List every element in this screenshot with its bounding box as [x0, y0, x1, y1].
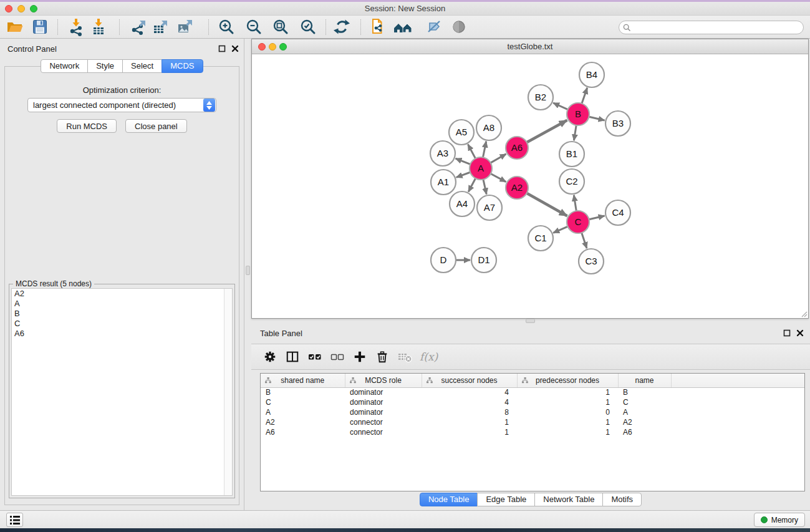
table-cell[interactable]: B [618, 387, 671, 397]
table-cell[interactable]: C [261, 397, 345, 407]
hide-graphics-details-button[interactable] [425, 17, 443, 36]
graph-node-C4[interactable]: C4 [605, 200, 630, 225]
table-cell[interactable]: A2 [618, 417, 671, 427]
node-table-container[interactable]: shared name MCDS role successor nodes pr… [260, 373, 805, 491]
column-header-name[interactable]: name [618, 374, 671, 387]
table-cell[interactable]: 8 [422, 407, 517, 417]
result-scrollbar[interactable] [224, 289, 232, 495]
home-button[interactable] [392, 17, 414, 36]
graph-node-D[interactable]: D [431, 248, 456, 273]
column-header-shared-name[interactable]: shared name [261, 374, 345, 387]
table-cell[interactable]: connector [345, 417, 422, 427]
graph-edge-C-C2[interactable] [574, 195, 576, 213]
table-cell[interactable]: A [261, 407, 345, 417]
graph-node-A2[interactable]: A2 [506, 177, 528, 199]
graph-node-B3[interactable]: B3 [605, 111, 630, 136]
table-cell[interactable]: 1 [517, 417, 618, 427]
column-header-mcds-role[interactable]: MCDS role [345, 374, 422, 387]
mcds-result-list[interactable]: A2 A B C A6 [11, 288, 233, 496]
graph-edge-B-B2[interactable] [553, 103, 569, 110]
table-cell[interactable]: C [618, 397, 671, 407]
graph-node-A5[interactable]: A5 [449, 120, 474, 145]
graph-edge-A-A5[interactable] [468, 144, 476, 160]
table-cell[interactable]: A [618, 407, 671, 417]
import-network-button[interactable] [67, 17, 85, 36]
close-panel-button-mcds[interactable]: Close panel [125, 119, 187, 133]
graph-edge-A-A3[interactable] [456, 158, 472, 165]
graph-node-A4[interactable]: A4 [450, 191, 475, 216]
table-cell[interactable]: 0 [517, 407, 618, 417]
graph-edge-A-A1[interactable] [456, 172, 471, 178]
select-all-button[interactable] [307, 349, 322, 364]
tab-network-table[interactable]: Network Table [534, 493, 603, 506]
graph-edge-C-C4[interactable] [588, 216, 605, 220]
tab-style[interactable]: Style [87, 59, 123, 73]
table-settings-button[interactable] [263, 349, 277, 364]
criterion-select[interactable]: largest connected component (directed) [27, 98, 216, 112]
graph-node-C2[interactable]: C2 [559, 169, 584, 194]
deselect-all-button[interactable] [330, 349, 345, 364]
graph-node-B[interactable]: B [567, 103, 589, 125]
result-list-item[interactable]: A [12, 299, 232, 309]
graph-node-B1[interactable]: B1 [559, 142, 584, 167]
delete-column-button[interactable] [375, 349, 390, 364]
zoom-selected-button[interactable] [299, 17, 317, 36]
run-mcds-button[interactable]: Run MCDS [57, 119, 117, 133]
table-row[interactable]: Cdominator41C [261, 397, 804, 407]
graph-edge-A-A7[interactable] [483, 178, 487, 195]
graph-node-C1[interactable]: C1 [528, 226, 553, 251]
result-list-item[interactable]: C [12, 319, 232, 329]
horizontal-splitter-handle[interactable] [526, 319, 535, 323]
table-row[interactable]: Bdominator41B [261, 387, 804, 397]
search-box[interactable] [619, 21, 804, 34]
tab-network[interactable]: Network [41, 59, 88, 73]
graph-node-B2[interactable]: B2 [528, 85, 553, 110]
graph-edge-A-A4[interactable] [468, 177, 476, 191]
refresh-button[interactable] [332, 17, 351, 36]
add-column-button[interactable] [352, 349, 367, 364]
function-builder-button[interactable]: f(x) [420, 349, 438, 364]
table-row[interactable]: A6connector11A6 [261, 427, 804, 437]
graph-edge-C-C3[interactable] [581, 231, 587, 248]
zoom-out-button[interactable] [244, 17, 263, 36]
table-cell[interactable]: A2 [261, 417, 345, 427]
table-cell[interactable]: 4 [422, 397, 517, 407]
graph-node-C[interactable]: C [567, 211, 589, 233]
network-canvas[interactable]: AA1A2A3A4A5A6A7A8BB1B2B3B4CC1C2C3C4DD1 [252, 54, 808, 318]
table-cell[interactable]: A6 [261, 427, 345, 437]
search-input[interactable] [631, 22, 803, 33]
zoom-in-button[interactable] [217, 17, 236, 36]
export-image-button[interactable] [176, 17, 195, 36]
graph-node-A3[interactable]: A3 [430, 141, 455, 166]
show-eye-button[interactable] [450, 17, 468, 36]
table-cell[interactable]: 1 [517, 427, 618, 437]
tab-motifs[interactable]: Motifs [602, 493, 642, 506]
graph-node-A1[interactable]: A1 [431, 170, 456, 195]
tab-node-table[interactable]: Node Table [420, 493, 478, 506]
graph-node-B4[interactable]: B4 [579, 62, 604, 87]
tab-edge-table[interactable]: Edge Table [477, 493, 535, 506]
export-table-button[interactable] [151, 17, 170, 36]
table-cell[interactable]: 1 [422, 427, 517, 437]
graph-edge-A-A6[interactable] [489, 154, 506, 163]
table-cell[interactable]: B [261, 387, 345, 397]
column-header-predecessor-nodes[interactable]: predecessor nodes [517, 374, 618, 387]
table-cell[interactable]: A6 [618, 427, 671, 437]
column-header-successor-nodes[interactable]: successor nodes [422, 374, 517, 387]
table-cell[interactable]: 1 [517, 397, 618, 407]
graph-node-D1[interactable]: D1 [471, 248, 496, 273]
table-cell[interactable]: 4 [422, 387, 517, 397]
table-row[interactable]: A2connector11A2 [261, 417, 804, 427]
table-cell[interactable]: dominator [345, 387, 422, 397]
table-cell[interactable]: 1 [517, 387, 618, 397]
memory-status-button[interactable]: Memory [754, 513, 805, 527]
table-row[interactable]: Adominator80A [261, 407, 804, 417]
export-network-button[interactable] [129, 17, 148, 36]
result-list-item[interactable]: A2 [12, 289, 232, 299]
graph-edge-B-B4[interactable] [581, 88, 587, 105]
table-cell[interactable]: dominator [345, 397, 422, 407]
graph-node-A8[interactable]: A8 [476, 115, 501, 140]
graph-edge-C-C1[interactable] [553, 226, 569, 233]
float-table-panel-button[interactable] [783, 329, 791, 337]
network-view-window[interactable]: testGlobe.txt AA1A2A3A4A5A6A7A8BB1B2B3B4… [251, 39, 809, 319]
